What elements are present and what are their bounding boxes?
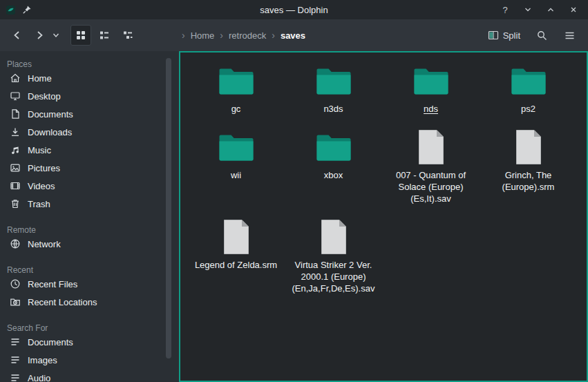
icons-view-button[interactable] (70, 25, 91, 46)
breadcrumb-item-saves[interactable]: saves (281, 30, 305, 41)
file-item-virtua-striker-2-ver-2000-1-europe-en-ja-fr-de-es-sav[interactable]: Virtua Striker 2 Ver. 2000.1 (Europe) (E… (285, 217, 382, 294)
icons-view-icon (75, 30, 86, 41)
folder-view[interactable]: gcn3dsndsps2wiixbox007 - Quantum of Sola… (179, 51, 588, 382)
sidebar-item-desktop[interactable]: Desktop (0, 87, 173, 105)
network-icon (10, 238, 21, 249)
folder-item-n3ds[interactable]: n3ds (285, 61, 382, 115)
forward-button[interactable] (29, 25, 50, 46)
compact-view-icon (99, 30, 110, 41)
chevron-right-icon: › (272, 30, 275, 41)
toolbar: ›Home›retrodeck›saves Split (0, 19, 588, 51)
folder-item-gc[interactable]: gc (187, 61, 285, 115)
app-icon (6, 5, 16, 15)
folder-icon (316, 127, 352, 167)
search-audio-icon (10, 372, 21, 382)
sidebar-scrollbar[interactable] (166, 58, 171, 378)
back-button[interactable] (7, 25, 28, 46)
chevron-right-icon: › (182, 30, 185, 41)
help-button[interactable]: ? (500, 4, 511, 15)
dolphin-window: saves — Dolphin ? (0, 0, 588, 382)
sidebar-item-documents[interactable]: Documents (0, 105, 173, 123)
scrollbar-thumb[interactable] (166, 58, 171, 359)
search-icon (536, 30, 548, 41)
file-grid: gcn3dsndsps2wiixbox007 - Quantum of Sola… (180, 52, 587, 294)
sidebar-item-home[interactable]: Home (0, 69, 173, 87)
home-icon (10, 73, 21, 84)
titlebar: saves — Dolphin ? (0, 0, 588, 19)
sidebar-item-music[interactable]: Music (0, 141, 173, 159)
sidebar-item-audio[interactable]: Audio (0, 369, 173, 382)
folder-item-ps2[interactable]: ps2 (480, 61, 577, 115)
desktop-icon (10, 90, 21, 102)
section-header-search-for: Search For (0, 321, 173, 333)
search-images-icon (10, 354, 21, 365)
file-icon (222, 217, 250, 257)
sidebar-item-network[interactable]: Network (0, 235, 173, 253)
pictures-icon (10, 162, 21, 173)
search-documents-icon (10, 336, 21, 347)
sidebar-item-documents[interactable]: Documents (0, 333, 173, 351)
breadcrumb: ›Home›retrodeck›saves (182, 19, 305, 51)
chevron-down-icon (53, 32, 59, 38)
chevron-right-icon: › (220, 30, 223, 41)
sidebar-item-videos[interactable]: Videos (0, 177, 173, 195)
folder-item-xbox[interactable]: xbox (285, 127, 382, 181)
folder-icon (218, 61, 254, 101)
recent-locations-icon (10, 296, 21, 307)
file-icon (320, 217, 348, 257)
details-view-icon (122, 30, 133, 41)
close-button[interactable] (568, 4, 579, 15)
sidebar-item-pictures[interactable]: Pictures (0, 159, 173, 177)
recent-files-icon (10, 278, 21, 289)
hamburger-menu-icon (564, 30, 576, 41)
breadcrumb-item-retrodeck[interactable]: retrodeck (229, 30, 266, 41)
folder-icon (218, 127, 254, 167)
history-dropdown-button[interactable] (51, 25, 61, 46)
split-button[interactable]: Split (484, 27, 524, 44)
section-header-recent: Recent (0, 262, 173, 275)
sidebar-item-downloads[interactable]: Downloads (0, 123, 173, 141)
split-view-icon (488, 30, 499, 41)
trash-icon (10, 198, 21, 209)
music-icon (10, 144, 21, 155)
file-icon (515, 127, 542, 167)
places-panel: PlacesHomeDesktopDocumentsDownloadsMusic… (0, 51, 173, 382)
folder-icon (316, 61, 352, 101)
folder-icon (511, 61, 547, 101)
menu-button[interactable] (559, 25, 580, 46)
pin-icon[interactable] (22, 5, 32, 15)
videos-icon (10, 180, 21, 191)
file-icon (417, 127, 445, 167)
file-item-grinch-the-europe-srm[interactable]: Grinch, The (Europe).srm (480, 127, 577, 193)
compact-view-button[interactable] (94, 25, 115, 46)
minimize-button[interactable] (522, 4, 533, 15)
sidebar-item-images[interactable]: Images (0, 351, 173, 369)
downloads-icon (10, 126, 21, 137)
file-item-007-quantum-of-solace-europe-es-it-sav[interactable]: 007 - Quantum of Solace (Europe) (Es,It)… (382, 127, 480, 204)
folder-item-nds[interactable]: nds (382, 61, 480, 115)
maximize-button[interactable] (545, 4, 556, 15)
sidebar-item-recent-files[interactable]: Recent Files (0, 275, 173, 293)
section-header-places: Places (0, 57, 173, 69)
details-view-button[interactable] (117, 25, 138, 46)
folder-icon (413, 61, 449, 101)
breadcrumb-item-home[interactable]: Home (191, 30, 215, 41)
folder-item-wii[interactable]: wii (187, 127, 285, 181)
documents-icon (10, 108, 21, 120)
sidebar-item-recent-locations[interactable]: Recent Locations (0, 293, 173, 311)
split-button-label: Split (503, 30, 520, 41)
file-item-legend-of-zelda-srm[interactable]: Legend of Zelda.srm (187, 217, 285, 271)
search-button[interactable] (531, 25, 552, 46)
section-header-remote: Remote (0, 222, 173, 235)
sidebar-item-trash[interactable]: Trash (0, 195, 173, 213)
